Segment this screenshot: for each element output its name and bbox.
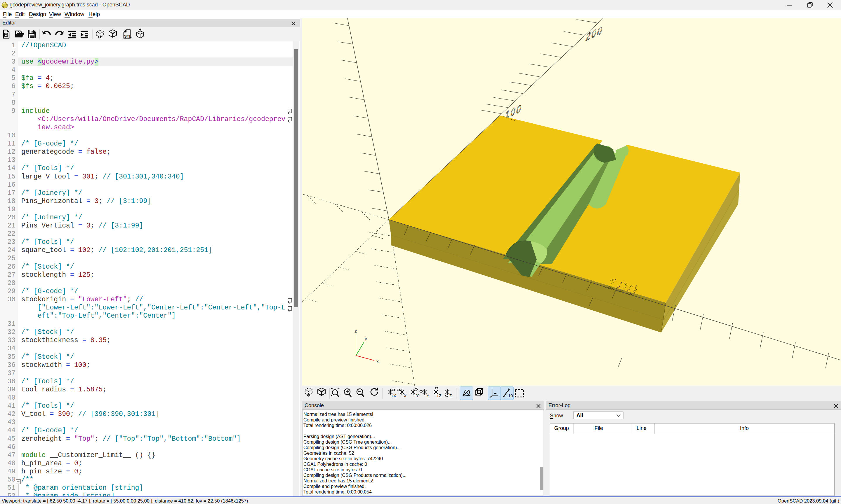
- svg-text:z: z: [355, 329, 357, 334]
- svg-text:-X: -X: [402, 394, 407, 398]
- svg-text:x: x: [376, 359, 379, 364]
- svg-text:10: 10: [508, 393, 513, 398]
- svg-text:+Z: +Z: [436, 394, 442, 398]
- svg-text:-Z: -Z: [448, 394, 452, 398]
- svg-text:-Y: -Y: [425, 394, 430, 398]
- svg-text:+Y: +Y: [414, 394, 419, 398]
- svg-text:y: y: [365, 336, 367, 341]
- svg-text:+X: +X: [391, 394, 396, 398]
